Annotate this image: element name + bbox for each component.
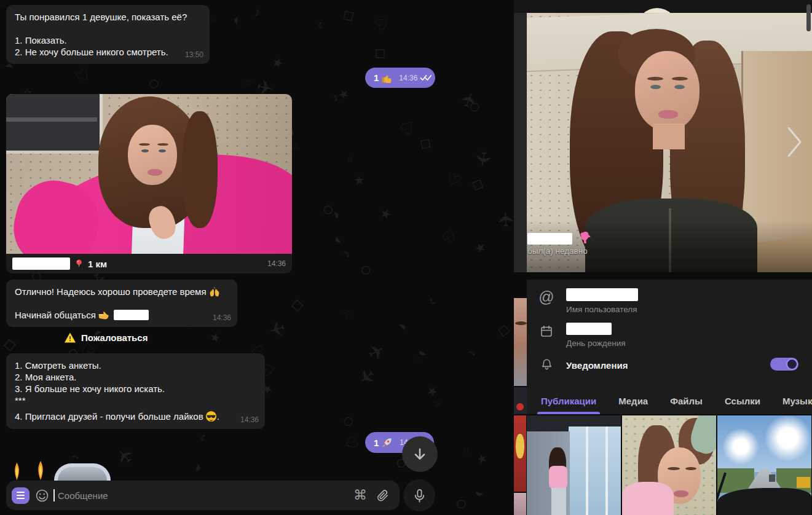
shape-brow [647,77,663,81]
attach-file-icon[interactable] [376,489,390,503]
message-text: 1 [374,73,379,83]
doodle-shape: ◇ [371,43,392,63]
doodle-shape: ♡ [341,433,361,453]
tab-publications[interactable]: Публикации [541,387,596,414]
barbie-silhouette-emoji [577,230,591,245]
grid-photo-sliver [514,415,526,492]
shape-lips [148,169,162,176]
bot-menu-button[interactable] [12,487,30,504]
shape-cartoon [516,434,524,458]
grid-photo-road[interactable] [717,415,811,515]
doodle-shape: ✈ [112,443,138,468]
shape-red-ball [516,403,524,411]
birthday-row[interactable]: День рождения [527,323,812,348]
chevron-right-icon[interactable] [785,125,803,159]
at-icon: @ [538,289,554,305]
message-bubble-great[interactable]: Отлично! Надеюсь хорошо проведете время … [6,280,237,327]
photo-caption: 1 км 14:36 [6,254,292,273]
doodle-shape: ☆ [345,154,356,164]
doodle-shape: ♡ [372,12,393,33]
redacted-username [114,310,149,320]
notifications-row[interactable]: Уведомления [527,356,812,372]
tab-files[interactable]: Файлы [670,387,703,414]
warning-emoji [64,332,76,344]
grid-photo-window[interactable] [527,415,621,515]
message-text: 1 [374,438,379,448]
message-line: 2. Моя анкета. [15,371,256,383]
shape-pink-top [622,482,674,515]
double-check-icon [420,74,433,81]
tab-music[interactable]: Музыка [782,387,812,414]
shape-brow [685,467,696,470]
doodle-shape: ♪ [427,297,440,309]
message-photo[interactable]: 1 км 14:36 [6,94,292,273]
shape-brow [157,143,168,146]
message-timestamp: 14:36 [399,74,417,82]
shape-sky-clouds [717,415,811,472]
report-button[interactable]: Пожаловаться [64,332,148,344]
shape-machine [797,477,810,488]
message-input-placeholder[interactable]: Сообщение [58,490,108,501]
message-line: 2. Не хочу больше никого смотреть. [15,46,201,58]
doodle-shape: ✈ [354,364,379,390]
doodle-shape: ○ [357,260,376,283]
tab-media[interactable]: Медиа [618,387,648,414]
shape-face [635,51,700,131]
grid-photo-sliver [514,493,526,515]
shape-eye [674,85,685,89]
grid-photo-selfie[interactable] [622,415,716,515]
scroll-down-button[interactable] [402,436,438,472]
birthday-label: День рождения [566,339,625,348]
tab-links[interactable]: Ссылки [725,387,760,414]
shape-girl-top [549,466,567,489]
doodle-shape: ♡ [443,170,463,191]
doodle-shape: ○ [144,73,164,96]
doodle-shape: ★ [476,454,488,465]
shape-mullion [605,427,608,515]
username-label: Имя пользователя [566,305,638,314]
shape-brow [139,143,150,146]
username-row[interactable]: @ Имя пользователя [527,288,812,314]
doodle-shape: ☆ [432,398,442,409]
bell-icon [527,356,566,372]
message-bubble-reply-like[interactable]: 1 14:36 [365,68,435,88]
doodle-shape: ☆ [462,446,471,456]
message-line: 1. Показать. [15,34,201,46]
doodle-shape: ◇ [290,299,307,312]
doodle-shape: ◇ [415,135,434,155]
voice-message-button[interactable] [403,479,435,511]
message-bubble-menu[interactable]: 1. Смотреть анкеты. 2. Моя анкета. 3. Я … [6,353,265,429]
profile-panel: был(а) недавно @ Имя пользователя [514,0,812,515]
doodle-shape: ◇ [497,321,511,338]
shape-window-glass [569,427,621,515]
microphone-icon [412,488,427,503]
message-input-bar[interactable]: Сообщение ⌘ [6,481,400,510]
doodle-shape: ○ [338,411,360,433]
notifications-toggle[interactable] [770,358,798,371]
chat-area: ☆★♡○☁♪◇✈☆★♡○☁♪◇✈☆★♡○☁♪◇✈☆★♡○☁♪◇✈☆★♡○☁♪◇✈… [0,0,514,515]
doodle-shape: ♪ [199,433,207,446]
shape-girl-legs [551,488,566,515]
doodle-shape: ○ [451,495,473,514]
message-timestamp: 13:50 [185,49,203,61]
shape-brow [672,77,688,81]
shape-lips [674,490,688,497]
doodle-shape: ★ [473,240,489,256]
message-blank-line [15,297,229,309]
scrollbar-thumb[interactable] [806,4,811,31]
text-cursor [53,489,55,501]
background-photo-sliver [514,387,527,414]
message-line: 1. Смотреть анкеты. [15,360,256,371]
message-line: Отлично! Надеюсь хорошо проведете время [15,286,229,297]
doodle-shape: ★ [425,385,440,398]
emoji-picker-icon[interactable] [35,489,49,503]
shape-dashboard [717,488,811,515]
doodle-shape: ♡ [397,116,418,138]
doodle-shape: ★ [271,56,285,71]
photo-girl-pink-jacket [6,94,292,254]
bot-commands-icon[interactable]: ⌘ [353,487,367,503]
shape-hair-strand [182,111,218,228]
message-bubble-options[interactable]: Ты понравился 1 девушке, показать её? 1.… [6,5,210,64]
doodle-shape: ★ [208,330,222,345]
shape-dark-top [585,199,757,272]
